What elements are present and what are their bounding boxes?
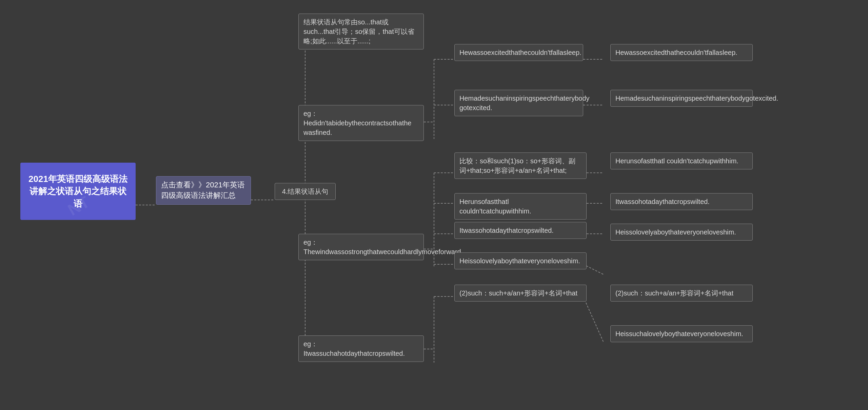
mindmap-container: 2021年英语四级高级语法讲解之状语从句之结果状语 点击查看》》2021年英语四… — [0, 0, 868, 410]
result-clause-node: 4.结果状语从句 — [275, 183, 336, 200]
ex11-node: (2)such：such+a/an+形容词+名词+that — [610, 285, 753, 302]
ex3-label: Herunsofastthatl couldn'tcatchupwithhim. — [459, 198, 531, 215]
ex1-node: Hewassoexcitedthathecouldn'tfallasleep. — [454, 44, 583, 61]
eg3-label: eg：Itwassuchahotdaythatcropswilted. — [303, 340, 405, 357]
ex3-node: Herunsofastthatl couldn'tcatchupwithhim. — [454, 193, 587, 220]
ex2-node: Hemadesuchaninspiringspeechthaterybody g… — [454, 90, 583, 116]
root-node: 2021年英语四级高级语法讲解之状语从句之结果状语 — [20, 163, 136, 220]
link-label: 点击查看》》2021年英语四级高级语法讲解汇总 — [161, 181, 245, 200]
ex4-node: Itwassohotadaythatcropswilted. — [454, 222, 587, 239]
such-structure-label: (2)such：such+a/an+形容词+名词+that — [459, 289, 577, 297]
svg-line-27 — [583, 296, 604, 342]
ex6-label: Hewassoexcitedthathecouldn'tfallasleep. — [615, 49, 737, 56]
ex12-node: Heissuchalovelyboythateveryoneloveshim. — [610, 325, 753, 342]
root-label: 2021年英语四级高级语法讲解之状语从句之结果状语 — [28, 174, 127, 209]
ex7-node: Hemadesuchaninspiringspeechthaterybodygo… — [610, 90, 753, 107]
eg3-node: eg：Itwassuchahotdaythatcropswilted. — [298, 335, 424, 362]
desc1-label: 结果状语从句常由so...that或such...that引导；so保留，tha… — [303, 18, 414, 45]
ex8-node: Herunsofastthatl couldn'tcatchupwithhim. — [610, 152, 753, 169]
ex9-node: Itwassohotadaythatcropswilted. — [610, 193, 753, 210]
eg1-label: eg：Hedidn'tabidebythecontractsothathe wa… — [303, 110, 412, 136]
ex6-node: Hewassoexcitedthathecouldn'tfallasleep. — [610, 44, 753, 61]
compare-label: 比较：so和such(1)so：so+形容词、副词+that;so+形容词+a/… — [459, 157, 575, 174]
ex5-label: Heissolovelyaboythateveryoneloveshim. — [459, 257, 580, 265]
ex2-label: Hemadesuchaninspiringspeechthaterybody g… — [459, 95, 590, 111]
ex8-label: Herunsofastthatl couldn'tcatchupwithhim. — [615, 157, 738, 165]
eg2-node: eg：Thewindwassostrongthatwecouldhardlymo… — [298, 234, 424, 260]
link-node[interactable]: 点击查看》》2021年英语四级高级语法讲解汇总 — [156, 176, 251, 205]
ex10-label: Heissolovelyaboythateveryoneloveshim. — [615, 228, 736, 236]
ex11-label: (2)such：such+a/an+形容词+名词+that — [615, 289, 733, 297]
eg2-label: eg：Thewindwassostrongthatwecouldhardlymo… — [303, 239, 463, 255]
such-structure-node: (2)such：such+a/an+形容词+名词+that — [454, 285, 587, 302]
ex5-node: Heissolovelyaboythateveryoneloveshim. — [454, 252, 587, 269]
ex9-label: Itwassohotadaythatcropswilted. — [615, 198, 710, 205]
ex7-label: Hemadesuchaninspiringspeechthaterybodygo… — [615, 95, 778, 102]
ex1-label: Hewassoexcitedthathecouldn'tfallasleep. — [459, 49, 581, 56]
eg1-node: eg：Hedidn'tabidebythecontractsothathe wa… — [298, 105, 424, 141]
compare-node: 比较：so和such(1)so：so+形容词、副词+that;so+形容词+a/… — [454, 152, 587, 179]
result-clause-label: 4.结果状语从句 — [282, 188, 329, 195]
ex10-node: Heissolovelyaboythateveryoneloveshim. — [610, 224, 753, 241]
ex12-label: Heissuchalovelyboythateveryoneloveshim. — [615, 330, 743, 337]
desc1-node: 结果状语从句常由so...that或such...that引导；so保留，tha… — [298, 14, 424, 49]
ex4-label: Itwassohotadaythatcropswilted. — [459, 227, 554, 234]
